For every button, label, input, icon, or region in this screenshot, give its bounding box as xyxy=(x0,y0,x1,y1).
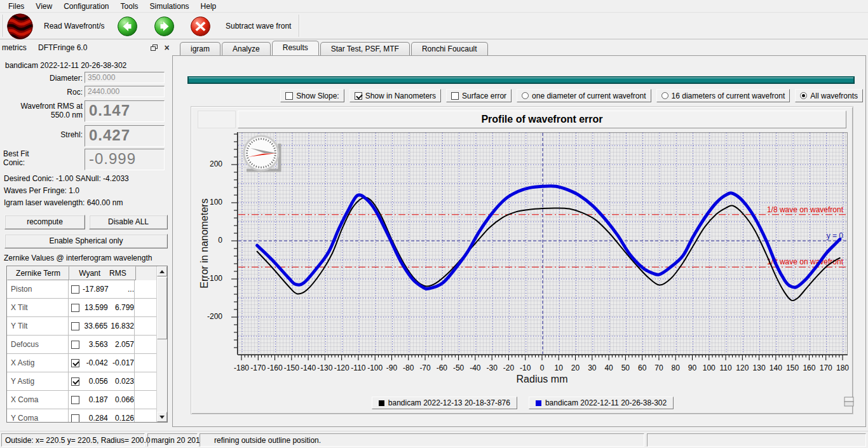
roc-field[interactable]: 2440.000 xyxy=(85,86,165,97)
x-tick-label: -110 xyxy=(351,363,365,372)
menu-view[interactable]: View xyxy=(30,1,58,12)
toolbar: Read Wavefront/s Subtract wave front xyxy=(0,13,868,39)
table-row-y-astig[interactable]: Y Astig0.0560.023 xyxy=(7,372,156,391)
zernike-checkbox[interactable] xyxy=(71,341,79,349)
diameter-field[interactable]: 350.000 xyxy=(85,72,165,83)
legend-swatch xyxy=(379,400,384,406)
wavefront-logo-icon[interactable] xyxy=(7,13,33,39)
conic-label: Best Fit Conic: xyxy=(3,149,41,167)
curve-bandicam-2022-12-11-20-26-38-302 xyxy=(257,186,840,289)
zernike-checkbox[interactable] xyxy=(71,304,79,312)
table-row-x-astig[interactable]: X Astig-0.042-0.017 xyxy=(7,354,156,372)
zernike-values: 0.2840.126 xyxy=(69,409,135,423)
plot-canvas[interactable]: 1/8 wave on wavefront1/8 wave on wavefro… xyxy=(238,132,848,355)
tab-star-test-psf-mtf[interactable]: Star Test, PSF, MTF xyxy=(320,42,410,55)
cancel-button[interactable] xyxy=(191,17,210,36)
x-tick-label: 130 xyxy=(753,363,766,372)
menu-configuration[interactable]: Configuration xyxy=(58,1,114,12)
table-row-x-tilt[interactable]: X Tilt13.5996.799 xyxy=(7,299,156,317)
x-tick-label: 40 xyxy=(604,363,613,372)
rms-value: 16.832 xyxy=(111,322,134,330)
profile-rotation-dial-icon[interactable] xyxy=(241,135,283,173)
scrollbar-thumb[interactable] xyxy=(157,277,167,339)
zernike-values: 33.66516.832 xyxy=(69,317,135,335)
disable-all-button[interactable]: Disable ALL xyxy=(89,215,168,229)
y-tick-label: 0 xyxy=(197,236,222,245)
x-tick-label: -80 xyxy=(403,363,414,372)
zernike-values: 13.5996.799 xyxy=(69,299,135,316)
subtract-wavefront-label[interactable]: Subtract wave front xyxy=(226,22,291,31)
y-tick-label: -200 xyxy=(197,312,222,321)
legend-item-bandicam-2022-12-11-20-26-38-302[interactable]: bandicam 2022-12-11 20-26-38-302 xyxy=(529,397,674,409)
table-row-y-tilt[interactable]: Y Tilt33.66516.832 xyxy=(7,317,156,336)
float-dock-icon[interactable] xyxy=(149,42,159,53)
table-row-y-coma[interactable]: Y Coma0.2840.126 xyxy=(7,409,156,423)
wyant-value: 0.187 xyxy=(83,395,108,404)
radio-icon xyxy=(661,92,668,99)
zernike-checkbox[interactable] xyxy=(71,285,79,294)
rms-value: 0.147 xyxy=(85,100,165,122)
zernike-values: -0.042-0.017 xyxy=(69,354,135,372)
tab-bar: igramAnalyzeResultsStar Test, PSF, MTFRo… xyxy=(180,41,488,55)
toolbar-handle xyxy=(3,15,3,37)
x-tick-label: 10 xyxy=(555,363,563,372)
legend-item-bandicam-2022-12-13-20-18-37-876[interactable]: bandicam 2022-12-13 20-18-37-876 xyxy=(372,397,517,409)
zernike-scrollbar[interactable] xyxy=(156,266,167,422)
zernike-term: Y Astig xyxy=(7,372,69,390)
x-tick-label: 20 xyxy=(571,363,580,372)
tab-analyze[interactable]: Analyze xyxy=(222,42,271,55)
zernike-checkbox[interactable] xyxy=(71,396,79,404)
menu-tools[interactable]: Tools xyxy=(115,1,144,12)
x-tick-label: -130 xyxy=(317,363,332,372)
table-row-piston[interactable]: Piston-17.897... xyxy=(7,280,156,299)
radio-all-wavefronts[interactable]: All wavefronts xyxy=(795,89,863,102)
wyant-value: 3.563 xyxy=(83,340,108,349)
radio-16-diameters-of-current-wavefront[interactable]: 16 diameters of current wavefront xyxy=(656,89,790,102)
checkbox-show-in-nanometers[interactable]: Show in Nanometers xyxy=(349,89,441,102)
x-tick-label: -30 xyxy=(486,363,497,372)
zernike-values: -17.897... xyxy=(69,280,135,298)
control-label: 16 diameters of current wavefront xyxy=(672,92,785,100)
checkbox-show-slope-[interactable]: Show Slope: xyxy=(280,89,344,102)
tab-igram[interactable]: igram xyxy=(180,42,220,55)
zernike-checkbox[interactable] xyxy=(71,322,79,330)
forward-button[interactable] xyxy=(154,17,174,36)
status-outline: Outside: x= 220.5 y= 220.5, Radius= 200.… xyxy=(1,433,145,447)
tab-ronchi-foucault[interactable]: Ronchi Foucault xyxy=(411,42,488,55)
scrollbar-up-icon[interactable] xyxy=(157,266,167,276)
zernike-term: X Tilt xyxy=(7,299,69,316)
tab-results[interactable]: Results xyxy=(272,41,319,55)
legend-grip-icon[interactable] xyxy=(842,394,857,409)
zernike-values: 3.5632.057 xyxy=(69,336,135,353)
recompute-button[interactable]: recompute xyxy=(4,215,85,229)
toolbar-separator xyxy=(299,15,299,37)
close-dock-icon[interactable]: × xyxy=(161,42,172,53)
menu-help[interactable]: Help xyxy=(195,1,222,12)
x-axis xyxy=(238,355,848,363)
header-zernike-term[interactable]: Zernike Term xyxy=(7,266,69,280)
zernike-checkbox[interactable] xyxy=(71,359,79,367)
header-wyant-rms[interactable]: Wyant RMS xyxy=(69,266,136,280)
checkbox-surface-error[interactable]: Surface error xyxy=(446,89,512,102)
zernike-checkbox[interactable] xyxy=(71,377,79,386)
x-tick-label: 180 xyxy=(836,363,849,372)
x-tick-label: -180 xyxy=(234,363,249,372)
zernike-checkbox[interactable] xyxy=(71,414,79,423)
radio-one-diameter-of-current-wavefront[interactable]: one diameter of current wavefront xyxy=(517,89,651,102)
scrollbar-down-icon[interactable] xyxy=(157,412,167,422)
wyant-value: 33.665 xyxy=(83,322,107,330)
enable-spherical-button[interactable]: Enable Spherical only xyxy=(4,234,168,248)
menu-simulations[interactable]: Simulations xyxy=(144,1,195,12)
wyant-value: 0.056 xyxy=(83,377,108,386)
x-tick-label: 170 xyxy=(820,363,832,372)
wavefront-name: bandicam 2022-12-11 20-26-38-302 xyxy=(5,61,126,70)
plot-corner xyxy=(198,111,236,128)
zernike-term: Piston xyxy=(7,280,69,298)
table-row-x-coma[interactable]: X Coma0.1870.066 xyxy=(7,391,156,409)
back-button[interactable] xyxy=(118,17,137,36)
legend-label: bandicam 2022-12-11 20-26-38-302 xyxy=(545,398,667,407)
menu-files[interactable]: Files xyxy=(3,1,30,12)
table-row-defocus[interactable]: Defocus3.5632.057 xyxy=(7,336,156,354)
read-wavefronts-label[interactable]: Read Wavefront/s xyxy=(44,22,105,31)
x-tick-label: 140 xyxy=(770,363,782,372)
